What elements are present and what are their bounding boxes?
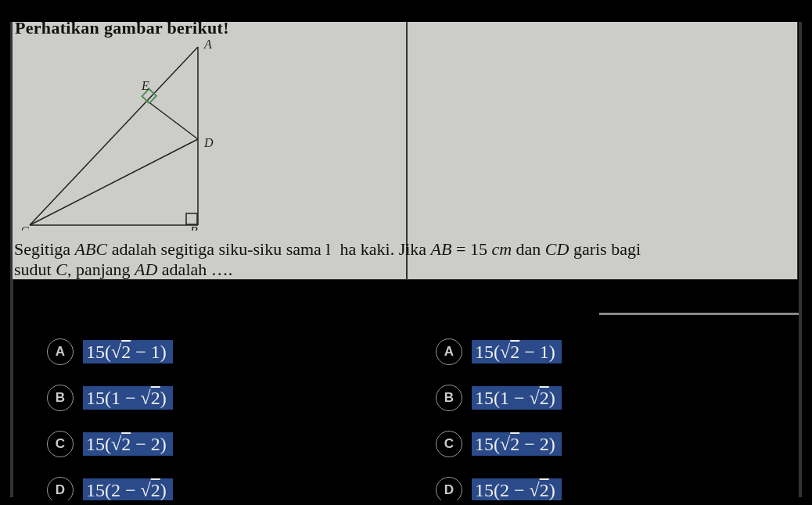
vertex-c-label: C xyxy=(22,224,29,231)
option-b[interactable]: B 15(1 − √2) xyxy=(436,384,764,412)
option-formula: 15(1 − √2) xyxy=(472,386,562,410)
option-letter: C xyxy=(47,431,74,457)
option-letter: B xyxy=(47,385,74,411)
vertex-a-label: A xyxy=(203,39,212,51)
option-a[interactable]: A 15(√2 − 1) xyxy=(436,338,764,366)
bottom-black-bar xyxy=(0,500,812,505)
option-formula: 15(√2 − 2) xyxy=(472,432,562,456)
option-formula: 15(1 − √2) xyxy=(83,386,173,410)
option-letter: B xyxy=(436,385,462,411)
svg-line-3 xyxy=(30,139,198,225)
option-letter: A xyxy=(436,338,462,365)
vertex-b-label: B xyxy=(190,224,198,231)
option-c[interactable]: C 15(√2 − 2) xyxy=(436,430,764,458)
vertex-e-label: E xyxy=(141,79,149,92)
options-column-right: A 15(√2 − 1) B 15(1 − √2) C 15(√2 − 2) D… xyxy=(436,338,764,505)
option-a[interactable]: A 15(√2 − 1) xyxy=(47,338,375,366)
top-black-bar xyxy=(0,0,812,22)
vertex-d-label: D xyxy=(203,136,214,149)
options-column-left: A 15(√2 − 1) B 15(1 − √2) C 15(√2 − 2) D… xyxy=(47,338,375,505)
option-letter: A xyxy=(47,338,74,365)
option-formula: 15(√2 − 1) xyxy=(472,340,562,364)
svg-line-4 xyxy=(147,101,198,139)
option-b[interactable]: B 15(1 − √2) xyxy=(47,384,375,412)
svg-rect-5 xyxy=(186,213,197,224)
option-letter: D xyxy=(47,477,74,503)
option-c[interactable]: C 15(√2 − 2) xyxy=(47,430,375,458)
question-body: Segitiga ABC adalah segitiga siku-siku s… xyxy=(14,239,796,281)
option-formula: 15(√2 − 1) xyxy=(83,340,173,364)
right-border xyxy=(799,20,802,497)
horizontal-rule xyxy=(599,313,799,315)
option-formula: 15(2 − √2) xyxy=(472,478,562,502)
svg-line-2 xyxy=(30,47,198,225)
option-letter: C xyxy=(436,431,462,457)
option-formula: 15(2 − √2) xyxy=(83,478,173,502)
option-formula: 15(√2 − 2) xyxy=(83,432,173,456)
triangle-diagram: A B C D E xyxy=(22,39,214,231)
option-letter: D xyxy=(436,477,462,503)
